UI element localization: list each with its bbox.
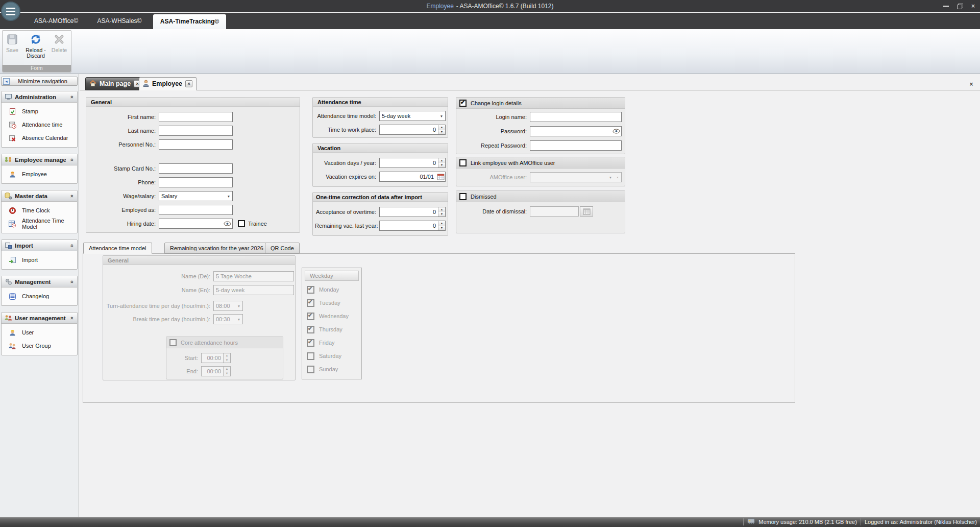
eye-icon[interactable] (222, 221, 232, 226)
friday-checkbox (307, 339, 314, 347)
collapse-icon[interactable]: » (68, 315, 75, 321)
repeat-password-input[interactable] (530, 140, 622, 151)
first-name-input[interactable] (159, 112, 233, 122)
last-name-input[interactable] (159, 126, 233, 136)
field-label: Start: (168, 355, 201, 361)
save-button: Save (3, 32, 22, 53)
minimize-window-icon[interactable] (943, 6, 949, 7)
weekday-friday: Friday (307, 339, 335, 347)
sidebar-item-absence-calendar[interactable]: Absence Calendar (2, 131, 77, 145)
overtime-spinner[interactable]: 0 ▲▼ (379, 207, 446, 217)
collapse-icon[interactable]: » (68, 243, 75, 249)
tab-main-page[interactable]: Main page × (85, 77, 145, 90)
time-to-work-place-spinner[interactable]: 0 ▲▼ (379, 125, 446, 135)
field-label: Wage/salary: (89, 193, 159, 199)
field-label: Vacation expires on: (315, 174, 379, 180)
delete-button: Delete (50, 32, 69, 53)
administration-icon (4, 93, 12, 101)
tab-remaining-vacation[interactable]: Remaining vacation for the year 2026 (164, 243, 269, 254)
collapse-icon[interactable]: » (68, 279, 75, 285)
vacation-groupbox: Vacation Vacation days / year: 0 ▲▼ Vaca… (312, 143, 448, 187)
sidebar-item-user-group[interactable]: User Group (2, 339, 77, 352)
field-label: Hiring date: (89, 221, 159, 227)
chevron-down-icon: ▼ (607, 176, 614, 179)
close-window-icon[interactable]: × (971, 3, 975, 9)
sidebar-group-header-administration[interactable]: Administration » (2, 91, 77, 103)
field-name-en: Name (En): (105, 285, 294, 295)
vacation-days-spinner[interactable]: 0 ▲▼ (379, 158, 446, 168)
dismissed-groupbox: Dismissed Date of dismissal: (456, 190, 625, 233)
sidebar-item-time-clock[interactable]: Time Clock (2, 204, 77, 217)
collapse-icon[interactable]: » (68, 94, 75, 100)
sidebar-item-employee[interactable]: Employee (2, 167, 77, 181)
close-document-icon[interactable]: × (968, 81, 975, 88)
sidebar-item-changelog[interactable]: Changelog (2, 290, 77, 303)
hiring-date-field[interactable] (159, 219, 233, 229)
spinner-up-icon[interactable]: ▲ (438, 207, 445, 212)
ribbon-tab-timetracking[interactable]: ASA-TimeTracking© (153, 14, 226, 29)
sidebar-group-header-management[interactable]: Management » (2, 276, 77, 288)
attendance-time-icon (8, 121, 16, 129)
collapse-icon[interactable]: » (68, 193, 75, 199)
login-name-input[interactable] (530, 112, 622, 122)
sidebar-group-header-employee-management[interactable]: Employee management » (2, 154, 77, 165)
spinner-down-icon[interactable]: ▼ (438, 226, 445, 230)
sidebar-group-label: Administration (15, 94, 56, 100)
spinner-up-icon[interactable]: ▲ (438, 125, 445, 130)
calendar-icon[interactable] (436, 173, 445, 180)
minimize-navigation-button[interactable]: ◄ Minimize navigation (1, 77, 78, 86)
attendance-model-select[interactable]: 5-day week ▼ (379, 111, 446, 121)
spinner-down-icon[interactable]: ▼ (438, 212, 445, 217)
field-hiring-date: Hiring date: Trainee (89, 219, 267, 229)
phone-input[interactable] (159, 177, 233, 187)
sidebar-item-user[interactable]: User (2, 326, 77, 339)
spinner-down-icon[interactable]: ▼ (438, 130, 445, 134)
spinner-up-icon[interactable]: ▲ (438, 158, 445, 163)
sidebar-item-import[interactable]: Import (2, 253, 77, 267)
restore-window-icon[interactable] (957, 4, 963, 9)
sidebar-item-label: Employee (22, 171, 47, 177)
vacation-expires-field[interactable]: 01/01 (379, 172, 446, 182)
sidebar-item-stamp[interactable]: Stamp (2, 105, 77, 118)
spinner-up-icon[interactable]: ▲ (438, 221, 445, 226)
tab-employee[interactable]: Employee × (139, 77, 197, 90)
close-tab-icon[interactable]: × (185, 80, 192, 87)
link-employee-checkbox[interactable] (459, 159, 467, 166)
status-bar: Memory usage: 210.0 MB (2.1 GB free) Log… (0, 517, 980, 527)
stamp-card-no-input[interactable] (159, 163, 233, 174)
field-employed-as: Employed as: (89, 205, 233, 215)
sidebar-item-attendance-time[interactable]: Attendance time (2, 118, 77, 131)
sidebar-group-header-master-data[interactable]: Master data » (2, 190, 77, 202)
field-stamp-card-no: Stamp Card No.: (89, 163, 233, 174)
spinner-down-icon[interactable]: ▼ (438, 163, 445, 167)
remaining-vacation-spinner[interactable]: 0 ▲▼ (379, 221, 446, 231)
employed-as-input[interactable] (159, 205, 233, 215)
sidebar-group-header-import[interactable]: Import » (2, 240, 77, 251)
personnel-no-input[interactable] (159, 139, 233, 150)
ribbon-tab-whsales[interactable]: ASA-WHSales© (93, 13, 146, 29)
trainee-checkbox[interactable] (238, 220, 245, 227)
eye-icon[interactable] (611, 129, 621, 134)
sidebar-group-header-user-management[interactable]: User management » (2, 313, 77, 324)
sidebar-item-attendance-time-model[interactable]: Attendance Time Model (2, 217, 77, 230)
collapse-icon[interactable]: » (68, 157, 75, 163)
dismissed-checkbox[interactable] (459, 193, 467, 200)
password-field[interactable] (530, 126, 622, 136)
field-label: AMOffice user: (458, 174, 530, 180)
model-general-groupbox: General Name (De): Name (En): Turn-atten… (103, 255, 296, 380)
employee-management-icon (4, 156, 12, 163)
tab-qr-code[interactable]: QR Code (265, 243, 300, 254)
ribbon-tab-amoffice[interactable]: ASA-AMOffice© (30, 13, 83, 29)
groupbox-title: Core attendance hours (181, 340, 238, 346)
import-icon (8, 256, 16, 264)
ribbon-tab-row: ASA-AMOffice© ASA-WHSales© ASA-TimeTrack… (0, 13, 980, 29)
menu-button[interactable] (1, 2, 20, 21)
wage-salary-select[interactable]: Salary ▼ (159, 191, 233, 201)
tab-attendance-time-model[interactable]: Attendance time model (83, 243, 152, 254)
change-login-checkbox[interactable] (459, 100, 467, 107)
field-core-start: Start: 00:00 ▲▼ (168, 353, 231, 363)
field-label: Login name: (458, 114, 530, 120)
field-attendance-model: Attendance time model: 5-day week ▼ (315, 111, 446, 121)
user-icon (8, 329, 16, 337)
reload-discard-button[interactable]: Reload - Discard (22, 32, 50, 59)
